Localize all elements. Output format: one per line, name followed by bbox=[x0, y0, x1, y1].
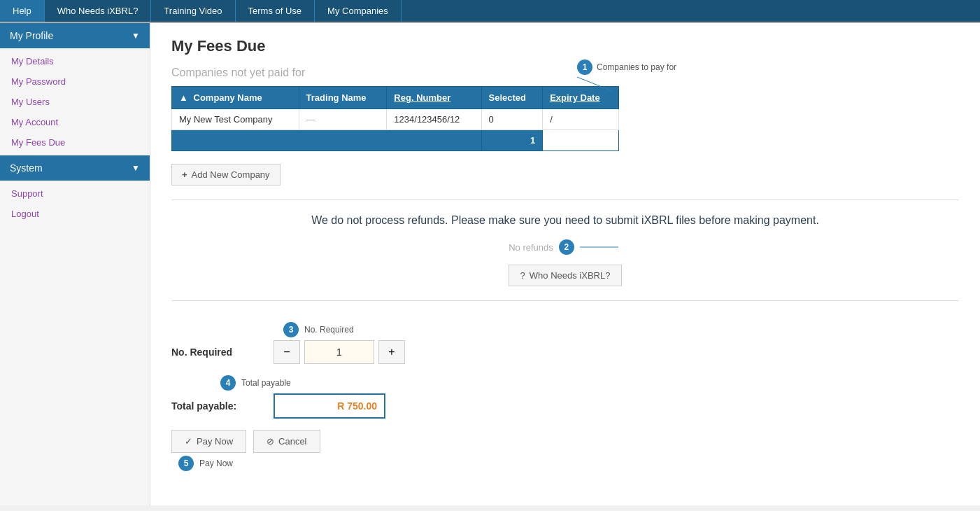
pay-now-callout: 5 Pay Now bbox=[171, 456, 959, 471]
sidebar-item-logout: Logout bbox=[0, 204, 150, 224]
layout: My Profile ▼ My Details My Password My U… bbox=[0, 23, 980, 505]
col-reg-number: Reg. Number bbox=[387, 87, 481, 109]
decrement-button[interactable]: − bbox=[274, 340, 300, 364]
callout-1-text: Companies to pay for bbox=[597, 62, 676, 72]
total-payable-row: Total payable: bbox=[171, 393, 959, 419]
callout-3-badge: 3 bbox=[283, 322, 299, 337]
training-video-button[interactable]: Training Video bbox=[151, 0, 235, 22]
main-content: My Fees Due Companies not yet paid for 1… bbox=[150, 23, 980, 505]
question-icon: ? bbox=[520, 270, 525, 281]
cell-expiry-date: / bbox=[543, 109, 619, 130]
who-needs-ixbrl-button[interactable]: Who Needs iXBRL? bbox=[45, 0, 152, 22]
sidebar-item-my-account: My Account bbox=[0, 112, 150, 132]
col-trading-name: Trading Name bbox=[299, 87, 387, 109]
top-nav: Help Who Needs iXBRL? Training Video Ter… bbox=[0, 0, 980, 23]
total-payable-label: Total payable: bbox=[171, 400, 262, 412]
callout-1-badge: 1 bbox=[577, 59, 592, 75]
my-profile-arrow: ▼ bbox=[132, 31, 140, 41]
sidebar-item-support: Support bbox=[0, 183, 150, 204]
col-selected: Selected bbox=[481, 87, 543, 109]
sidebar-item-my-fees-due: My Fees Due bbox=[0, 132, 150, 153]
sidebar: My Profile ▼ My Details My Password My U… bbox=[0, 23, 150, 505]
my-profile-header[interactable]: My Profile ▼ bbox=[0, 23, 150, 48]
table-total-row: 1 bbox=[172, 130, 619, 151]
total-value: 1 bbox=[481, 130, 543, 151]
table-header-row: ▲ Company Name Trading Name Reg. Number … bbox=[172, 87, 619, 109]
no-refunds-text: No refunds bbox=[509, 242, 553, 253]
system-label: System bbox=[10, 162, 43, 174]
refund-section: We do not process refunds. Please make s… bbox=[171, 214, 959, 232]
plus-icon: + bbox=[182, 169, 187, 180]
cell-selected: 0 bbox=[481, 109, 543, 130]
pay-now-button[interactable]: ✓ Pay Now bbox=[171, 430, 246, 453]
checkmark-icon: ✓ bbox=[185, 436, 192, 447]
total-payable-input[interactable] bbox=[274, 393, 385, 419]
sidebar-item-my-password: My Password bbox=[0, 71, 150, 92]
cancel-icon: ⊘ bbox=[267, 436, 274, 447]
no-required-row: No. Required − + bbox=[171, 340, 959, 364]
system-arrow: ▼ bbox=[132, 163, 140, 173]
col-company-name[interactable]: ▲ Company Name bbox=[172, 87, 299, 109]
add-company-label: Add New Company bbox=[192, 169, 270, 180]
no-required-label: No. Required bbox=[171, 346, 262, 358]
cell-trading-name: — bbox=[299, 109, 387, 130]
cell-reg-number: 1234/123456/12 bbox=[387, 109, 481, 130]
companies-table: ▲ Company Name Trading Name Reg. Number … bbox=[171, 86, 619, 151]
total-annotation: 4 Total payable bbox=[171, 375, 959, 391]
callout-1-line bbox=[570, 74, 626, 94]
no-required-annotation: 3 No. Required bbox=[171, 322, 959, 337]
who-needs-label: Who Needs iXBRL? bbox=[530, 270, 611, 281]
system-menu: Support Logout bbox=[0, 181, 150, 227]
callout-4-text: Total payable bbox=[241, 378, 291, 388]
who-needs-ixbrl-main-button[interactable]: ? Who Needs iXBRL? bbox=[509, 265, 623, 286]
divider-1 bbox=[171, 200, 959, 200]
no-refunds-row: No refunds 2 bbox=[171, 239, 959, 255]
total-empty-cell bbox=[543, 130, 619, 151]
svg-line-0 bbox=[577, 77, 612, 91]
cancel-button[interactable]: ⊘ Cancel bbox=[253, 430, 320, 453]
my-profile-menu: My Details My Password My Users My Accou… bbox=[0, 48, 150, 155]
companies-section: Companies not yet paid for 1 Companies t… bbox=[171, 66, 959, 151]
sidebar-item-my-details: My Details bbox=[0, 51, 150, 71]
callout-5-badge: 5 bbox=[178, 456, 194, 471]
callout-4-badge: 4 bbox=[220, 375, 236, 391]
my-profile-label: My Profile bbox=[10, 30, 53, 41]
cell-company-name: My New Test Company bbox=[172, 109, 299, 130]
callout-2-line bbox=[580, 242, 622, 252]
callout-2-badge: 2 bbox=[559, 239, 574, 255]
quantity-stepper: − + bbox=[274, 340, 405, 364]
callout-1: 1 Companies to pay for bbox=[577, 59, 676, 75]
callout-3-text: No. Required bbox=[304, 325, 354, 335]
table-row: My New Test Company — 1234/123456/12 0 / bbox=[172, 109, 619, 130]
my-companies-button[interactable]: My Companies bbox=[315, 0, 402, 22]
terms-of-use-button[interactable]: Terms of Use bbox=[236, 0, 315, 22]
divider-2 bbox=[171, 300, 959, 301]
refund-warning: We do not process refunds. Please make s… bbox=[311, 214, 819, 227]
companies-section-label: Companies not yet paid for bbox=[171, 66, 959, 79]
total-row-empty bbox=[172, 130, 482, 151]
action-buttons: ✓ Pay Now ⊘ Cancel bbox=[171, 430, 959, 453]
sidebar-item-my-users: My Users bbox=[0, 92, 150, 112]
cancel-label: Cancel bbox=[278, 436, 306, 447]
payment-section: 3 No. Required No. Required − + 4 Total … bbox=[171, 315, 959, 478]
page-title: My Fees Due bbox=[171, 37, 959, 55]
increment-button[interactable]: + bbox=[378, 340, 405, 364]
add-company-button[interactable]: + Add New Company bbox=[171, 164, 280, 186]
quantity-input[interactable] bbox=[304, 340, 374, 364]
pay-now-label: Pay Now bbox=[197, 436, 233, 447]
callout-5-text: Pay Now bbox=[199, 458, 233, 468]
who-needs-btn-wrapper: ? Who Needs iXBRL? bbox=[171, 265, 959, 286]
help-button[interactable]: Help bbox=[0, 0, 45, 22]
system-header[interactable]: System ▼ bbox=[0, 155, 150, 181]
